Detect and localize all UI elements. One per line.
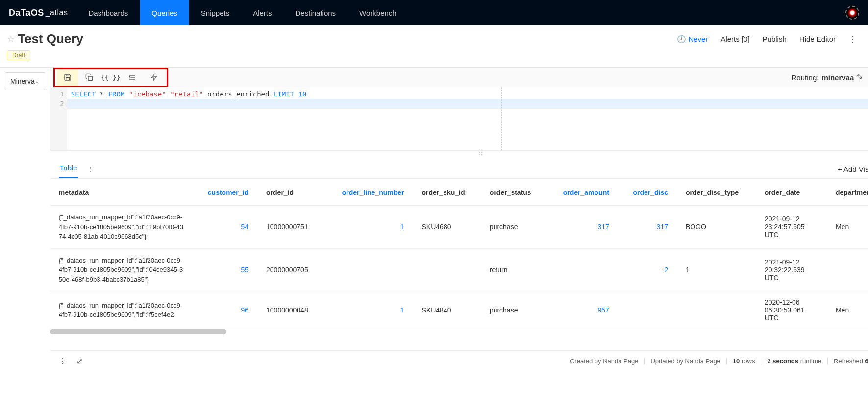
cell-order_disc xyxy=(618,291,677,329)
nav-snippets[interactable]: Snippets xyxy=(189,0,241,25)
cell-order_id: 10000000751 xyxy=(257,206,324,249)
runtime: 2 seconds runtime xyxy=(761,358,827,365)
table-row[interactable]: {"_dataos_run_mapper_id":"a1f20aec-0cc9-… xyxy=(50,291,868,329)
line-gutter: 12 xyxy=(50,87,67,150)
resize-handle[interactable]: ⠿ xyxy=(50,151,868,155)
indent-icon xyxy=(128,73,136,81)
kw: FROM xyxy=(108,90,125,98)
table-header-row: metadata customer_id order_id order_line… xyxy=(50,179,868,206)
save-button[interactable] xyxy=(57,69,78,86)
brand-sub: _atlas xyxy=(46,8,68,17)
copy-icon xyxy=(85,73,93,81)
tab-more-icon[interactable]: ⋮ xyxy=(87,165,94,173)
edit-routing-icon[interactable]: ✎ xyxy=(857,73,863,82)
row-count: 10 rows xyxy=(726,358,761,365)
fullscreen-icon[interactable]: ⤢ xyxy=(76,357,83,366)
nav-items: Dashboards Queries Snippets Alerts Desti… xyxy=(76,0,408,25)
footer-more-icon[interactable]: ⋮ xyxy=(59,357,67,366)
cell-order_line_number: 1 xyxy=(324,206,413,249)
table-row[interactable]: {"_dataos_run_mapper_id":"a1f20aec-0cc9-… xyxy=(50,206,868,249)
schedule-never[interactable]: 🕘 Never xyxy=(677,35,708,44)
alerts-link[interactable]: Alerts [0] xyxy=(720,35,749,43)
col-customer-id[interactable]: customer_id xyxy=(192,179,257,206)
code-area[interactable]: SELECT * FROM "icebase"."retail".orders_… xyxy=(67,87,868,150)
table-row[interactable]: {"_dataos_run_mapper_id":"a1f20aec-0cc9-… xyxy=(50,248,868,291)
result-tabs: Table ⋮ + Add Visualization xyxy=(50,155,868,179)
cell-order_sku_id: SKU4840 xyxy=(413,291,481,329)
editor-toolbar: {{ }} Routing: minervaa ✎ Run xyxy=(50,68,868,87)
col-metadata[interactable]: metadata xyxy=(50,179,192,206)
publish-button[interactable]: Publish xyxy=(763,35,787,43)
autocomplete-button[interactable] xyxy=(143,69,165,86)
title-row: ☆ Test Query 🕘 Never Alerts [0] Publish … xyxy=(0,25,868,49)
save-icon xyxy=(64,73,72,81)
copy-button[interactable] xyxy=(78,69,100,86)
lightning-icon xyxy=(150,73,157,81)
cell-order_disc: 317 xyxy=(618,206,677,249)
col-order-date[interactable]: order_date xyxy=(756,179,827,206)
nav-destinations[interactable]: Destinations xyxy=(284,0,348,25)
num: 10 xyxy=(298,90,306,98)
datasource-value: Minerva xyxy=(10,77,35,85)
cell-order_date: 2021-09-12 20:32:22.639 UTC xyxy=(756,248,827,291)
chevron-down-icon: ⌄ xyxy=(35,78,40,85)
col-order-disc[interactable]: order_disc xyxy=(618,179,677,206)
cell-order_status: return xyxy=(481,248,547,291)
results-table-wrap[interactable]: metadata customer_id order_id order_line… xyxy=(50,179,868,350)
fold-line xyxy=(501,87,502,150)
sql-editor[interactable]: 12 SELECT * FROM "icebase"."retail".orde… xyxy=(50,87,868,151)
routing-info: Routing: minervaa ✎ xyxy=(792,73,868,82)
cell-order_disc_type xyxy=(677,291,756,329)
cell-order_sku_id xyxy=(413,248,481,291)
col-order-id[interactable]: order_id xyxy=(257,179,324,206)
variables-button[interactable]: {{ }} xyxy=(100,69,122,86)
nav-workbench[interactable]: Workbench xyxy=(347,0,408,25)
brand-main: DaTaOS xyxy=(9,8,44,18)
col-order-disc-type[interactable]: order_disc_type xyxy=(677,179,756,206)
svg-marker-4 xyxy=(151,74,157,80)
cell-order_status: purchase xyxy=(481,291,547,329)
cell-order_line_number xyxy=(324,248,413,291)
results-table: metadata customer_id order_id order_line… xyxy=(50,179,868,329)
svg-rect-0 xyxy=(88,76,93,81)
cell-customer_id: 54 xyxy=(192,206,257,249)
col-order-status[interactable]: order_status xyxy=(481,179,547,206)
routing-value: minervaa xyxy=(821,73,854,82)
nav-dashboards[interactable]: Dashboards xyxy=(76,0,140,25)
page-title[interactable]: Test Query xyxy=(18,31,83,47)
datasource-select[interactable]: Minerva ⌄ xyxy=(5,72,45,90)
cell-order_id: 20000000705 xyxy=(257,248,324,291)
cell-order_disc: -2 xyxy=(618,248,677,291)
col-order-amount[interactable]: order_amount xyxy=(547,179,618,206)
cell-order_sku_id: SKU4680 xyxy=(413,206,481,249)
schedule-label: Never xyxy=(688,35,708,43)
cell-metadata: {"_dataos_run_mapper_id":"a1f20aec-0cc9-… xyxy=(50,248,192,291)
col-department-name[interactable]: department_name xyxy=(827,179,868,206)
t: . xyxy=(166,90,170,98)
cell-department_name: Men xyxy=(827,206,868,249)
col-order-line-number[interactable]: order_line_number xyxy=(324,179,413,206)
t: .orders_enriched xyxy=(203,90,273,98)
nav-alerts[interactable]: Alerts xyxy=(241,0,283,25)
hide-editor-button[interactable]: Hide Editor xyxy=(799,35,836,43)
col-order-sku-id[interactable]: order_sku_id xyxy=(413,179,481,206)
add-visualization-button[interactable]: + Add Visualization xyxy=(838,165,868,173)
avatar[interactable] xyxy=(845,6,859,20)
kw: LIMIT xyxy=(273,90,294,98)
brand-logo: DaTaOS _atlas xyxy=(0,0,76,25)
cell-metadata: {"_dataos_run_mapper_id":"a1f20aec-0cc9-… xyxy=(50,291,192,329)
cell-order_disc_type: 1 xyxy=(677,248,756,291)
cell-order_id: 10000000048 xyxy=(257,291,324,329)
more-menu-icon[interactable]: ⋮ xyxy=(848,34,857,45)
favorite-star-icon[interactable]: ☆ xyxy=(7,34,15,45)
nav-queries[interactable]: Queries xyxy=(140,0,189,25)
horizontal-scrollbar[interactable] xyxy=(50,329,868,335)
t xyxy=(124,90,128,98)
str: "retail" xyxy=(170,90,203,98)
results-footer: ⋮ ⤢ Created by Nanda Page Updated by Nan… xyxy=(50,350,868,372)
tab-table[interactable]: Table xyxy=(59,160,78,178)
format-button[interactable] xyxy=(122,69,143,86)
kw: SELECT xyxy=(71,90,96,98)
cell-customer_id: 55 xyxy=(192,248,257,291)
t: * xyxy=(96,90,108,98)
